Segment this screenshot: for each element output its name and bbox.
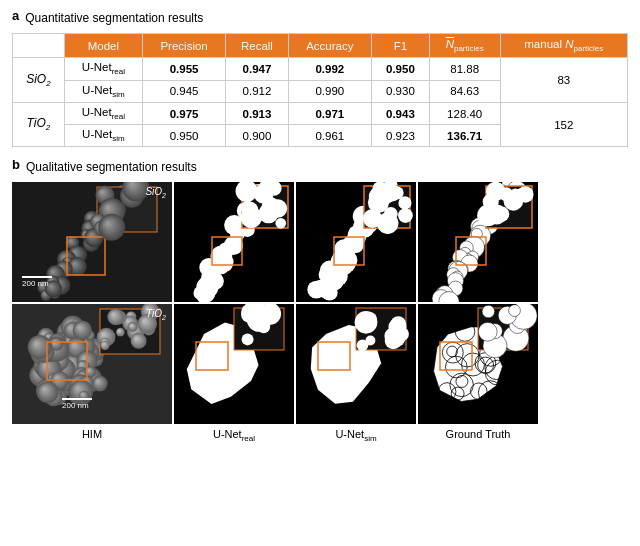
scale-bar-sio2: 200 nm xyxy=(22,276,52,288)
manual-n-sio2: 83 xyxy=(500,58,627,103)
col-manual-n: manual Nparticles xyxy=(500,34,627,58)
col-accuracy: Accuracy xyxy=(288,34,371,58)
precision-val: 0.975 xyxy=(142,102,225,124)
col-precision: Precision xyxy=(142,34,225,58)
precision-val: 0.950 xyxy=(142,125,225,147)
images-grid: SiO2 200 nm TiO2 xyxy=(12,182,628,424)
col-label-gt: Ground Truth xyxy=(418,428,538,443)
him-sio2-image: SiO2 200 nm xyxy=(12,182,172,302)
recall-val: 0.912 xyxy=(226,80,288,102)
recall-val: 0.900 xyxy=(226,125,288,147)
section-b-header: b Qualitative segmentation results xyxy=(12,157,628,176)
sio2-label: SiO2 xyxy=(145,186,166,199)
section-a-header: a Quantitative segmentation results xyxy=(12,8,628,27)
section-b: b Qualitative segmentation results SiO2 … xyxy=(12,157,628,443)
tio2-label: TiO2 xyxy=(146,308,166,321)
accuracy-val: 0.990 xyxy=(288,80,371,102)
precision-val: 0.955 xyxy=(142,58,225,80)
col-label-him: HIM xyxy=(12,428,172,443)
results-table: Model Precision Recall Accuracy F1 Npart… xyxy=(12,33,628,147)
model-cell: U-Netreal xyxy=(64,58,142,80)
col-labels: HIM U-Netreal U-Netsim Ground Truth xyxy=(12,428,628,443)
model-cell: U-Netsim xyxy=(64,125,142,147)
manual-n-tio2: 152 xyxy=(500,102,627,147)
material-tio2: TiO2 xyxy=(13,102,65,147)
col-f1: F1 xyxy=(372,34,430,58)
n-val: 136.71 xyxy=(429,125,500,147)
gt-sio2 xyxy=(418,182,538,302)
unet-sim-sio2 xyxy=(296,182,416,302)
n-val: 84.63 xyxy=(429,80,500,102)
recall-val: 0.913 xyxy=(226,102,288,124)
f1-val: 0.950 xyxy=(372,58,430,80)
col-recall: Recall xyxy=(226,34,288,58)
gt-tio2 xyxy=(418,304,538,424)
n-val: 128.40 xyxy=(429,102,500,124)
scale-bar-tio2: 200 nm xyxy=(62,398,92,410)
section-a-title: Quantitative segmentation results xyxy=(25,11,203,25)
section-a-label: a xyxy=(12,8,19,23)
main-container: a Quantitative segmentation results Mode… xyxy=(0,0,640,452)
accuracy-val: 0.961 xyxy=(288,125,371,147)
col-label-unet-sim: U-Netsim xyxy=(296,428,416,443)
model-cell: U-Netsim xyxy=(64,80,142,102)
col-model: Model xyxy=(64,34,142,58)
n-val: 81.88 xyxy=(429,58,500,80)
col-n-particles: Nparticles xyxy=(429,34,500,58)
f1-val: 0.930 xyxy=(372,80,430,102)
table-row: TiO2 U-Netreal 0.975 0.913 0.971 0.943 1… xyxy=(13,102,628,124)
material-sio2: SiO2 xyxy=(13,58,65,103)
unet-sim-tio2 xyxy=(296,304,416,424)
table-row: SiO2 U-Netreal 0.955 0.947 0.992 0.950 8… xyxy=(13,58,628,80)
col-label-unet-real: U-Netreal xyxy=(174,428,294,443)
accuracy-val: 0.992 xyxy=(288,58,371,80)
unet-real-tio2 xyxy=(174,304,294,424)
section-b-label: b xyxy=(12,157,20,172)
model-cell: U-Netreal xyxy=(64,102,142,124)
him-tio2-image: TiO2 200 nm xyxy=(12,304,172,424)
unet-real-sio2 xyxy=(174,182,294,302)
f1-val: 0.943 xyxy=(372,102,430,124)
section-b-title: Qualitative segmentation results xyxy=(26,160,197,174)
accuracy-val: 0.971 xyxy=(288,102,371,124)
f1-val: 0.923 xyxy=(372,125,430,147)
recall-val: 0.947 xyxy=(226,58,288,80)
precision-val: 0.945 xyxy=(142,80,225,102)
